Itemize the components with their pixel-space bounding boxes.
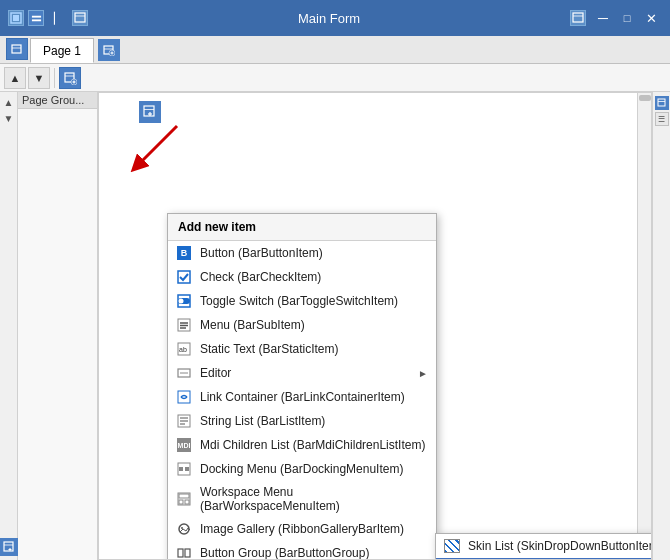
svg-rect-50 (178, 493, 190, 505)
page-group-panel: Page Grou... (18, 92, 98, 560)
docking-item-icon (176, 461, 192, 477)
designer-icon[interactable] (570, 10, 586, 26)
svg-rect-42 (178, 391, 190, 403)
b-icon: B (177, 246, 191, 260)
window-close-button[interactable]: ✕ (640, 7, 662, 29)
window-controls: ─ □ ✕ (592, 7, 662, 29)
menu-item-docking[interactable]: Docking Menu (BarDockingMenuItem) (168, 457, 436, 481)
check-item-icon (176, 269, 192, 285)
toolbar-icon1[interactable] (28, 10, 44, 26)
mdi-item-icon: MDI (176, 437, 192, 453)
window-minimize-button[interactable]: ─ (592, 7, 614, 29)
toggle-item-label: Toggle Switch (BarToggleSwitchItem) (200, 294, 398, 308)
menu-item-btngroup[interactable]: Button Group (BarButtonGroup) (168, 541, 436, 560)
context-menu: Add new item B Button (BarButtonItem) Ch… (167, 213, 437, 560)
svg-rect-52 (179, 500, 183, 504)
add-item-btn[interactable] (59, 67, 81, 89)
svg-point-33 (179, 299, 184, 304)
skinlist-stripe-icon (444, 539, 460, 553)
menu-item-button[interactable]: B Button (BarButtonItem) (168, 241, 436, 265)
right-panel-btn2[interactable]: ☰ (655, 112, 669, 126)
svg-rect-56 (178, 549, 183, 557)
page-group-header: Page Grou... (18, 92, 97, 109)
svg-rect-58 (658, 99, 665, 106)
svg-rect-2 (31, 15, 40, 17)
gallery-item-icon (176, 521, 192, 537)
toggle-item-icon (176, 293, 192, 309)
svg-rect-4 (75, 13, 85, 22)
svg-text:ab: ab (179, 346, 187, 353)
editor-item-label: Editor (200, 366, 231, 380)
main-area: ▲ ▼ Page Grou... (0, 92, 670, 560)
window-maximize-button[interactable]: □ (616, 7, 638, 29)
menu-item-workspace[interactable]: Workspace Menu (BarWorkspaceMenuItem) (168, 481, 436, 517)
svg-rect-53 (185, 500, 189, 504)
workspace-item-label: Workspace Menu (BarWorkspaceMenuItem) (200, 485, 428, 513)
scroll-up-arrow[interactable]: ▲ (4, 96, 14, 110)
app-icon (8, 10, 24, 26)
page-tab-icon[interactable] (6, 38, 28, 60)
canvas-area: ■ Add new item B Button (BarButtonItem) … (98, 92, 652, 560)
menu-item-check[interactable]: Check (BarCheckItem) (168, 265, 436, 289)
menu-item-icon (176, 317, 192, 333)
arrow-indicator (127, 121, 187, 179)
right-panel-btn[interactable] (655, 96, 669, 110)
link-item-icon (176, 389, 192, 405)
scroll-thumb (639, 95, 651, 101)
menu-item-menu[interactable]: Menu (BarSubItem) (168, 313, 436, 337)
skin-submenu: Skin List (SkinDropDownButtonItem) Skin … (435, 533, 652, 560)
svg-rect-3 (31, 19, 40, 21)
button-item-icon: B (176, 245, 192, 261)
second-toolbar: ▲ ▼ (0, 64, 670, 92)
svg-rect-8 (12, 45, 21, 53)
canvas-scrollbar[interactable]: ■ (637, 93, 651, 559)
left-sidebar: ▲ ▼ (0, 92, 18, 560)
scroll-up-btn[interactable]: ▲ (4, 67, 26, 89)
svg-rect-49 (185, 467, 189, 471)
stringlist-item-icon (176, 413, 192, 429)
scroll-down-arrow[interactable]: ▼ (4, 112, 14, 126)
menu-item-stringlist[interactable]: String List (BarListItem) (168, 409, 436, 433)
svg-rect-30 (178, 271, 190, 283)
workspace-item-icon (176, 491, 192, 507)
right-panel: ☰ (652, 92, 670, 560)
scroll-down-btn[interactable]: ▼ (28, 67, 50, 89)
menu-sub-label: Menu (BarSubItem) (200, 318, 305, 332)
skinlist-icon (444, 538, 460, 554)
toolbar-separator (54, 68, 55, 88)
svg-rect-48 (179, 467, 183, 471)
menu-item-mdi[interactable]: MDI Mdi Children List (BarMdiChildrenLis… (168, 433, 436, 457)
tab-add-button[interactable] (98, 39, 120, 61)
menu-item-gallery[interactable]: Image Gallery (RibbonGalleryBarItem) (168, 517, 436, 541)
editor-submenu-arrow: ► (418, 368, 428, 379)
stringlist-item-label: String List (BarListItem) (200, 414, 325, 428)
static-item-label: Static Text (BarStaticItem) (200, 342, 339, 356)
svg-rect-57 (185, 549, 190, 557)
link-item-label: Link Container (BarLinkContainerItem) (200, 390, 405, 404)
skinlist-label: Skin List (SkinDropDownButtonItem) (468, 539, 652, 553)
separator-icon: ▏ (54, 12, 62, 25)
btngroup-item-label: Button Group (BarButtonGroup) (200, 546, 369, 560)
tab-page1-label: Page 1 (43, 44, 81, 58)
mdi-icon: MDI (177, 438, 191, 452)
canvas-add-icon[interactable] (139, 101, 161, 123)
context-menu-header: Add new item (168, 214, 436, 241)
page-group-content (18, 109, 97, 560)
btngroup-item-icon (176, 545, 192, 560)
menu-item-static[interactable]: ab Static Text (BarStaticItem) (168, 337, 436, 361)
menu-item-editor[interactable]: Editor ► (168, 361, 436, 385)
svg-line-25 (137, 126, 177, 166)
title-bar-icons (8, 10, 44, 26)
menu-item-toggle[interactable]: Toggle Switch (BarToggleSwitchItem) (168, 289, 436, 313)
tab-bar: Page 1 (0, 36, 670, 64)
docking-item-label: Docking Menu (BarDockingMenuItem) (200, 462, 403, 476)
add-bottom-btn[interactable] (0, 538, 18, 556)
submenu-item-skinlist[interactable]: Skin List (SkinDropDownButtonItem) (436, 534, 652, 558)
tab-page1[interactable]: Page 1 (30, 38, 94, 63)
form-icon (72, 10, 88, 26)
static-item-icon: ab (176, 341, 192, 357)
svg-rect-1 (13, 15, 19, 21)
menu-item-link[interactable]: Link Container (BarLinkContainerItem) (168, 385, 436, 409)
svg-rect-51 (179, 494, 189, 498)
svg-rect-6 (573, 13, 583, 22)
